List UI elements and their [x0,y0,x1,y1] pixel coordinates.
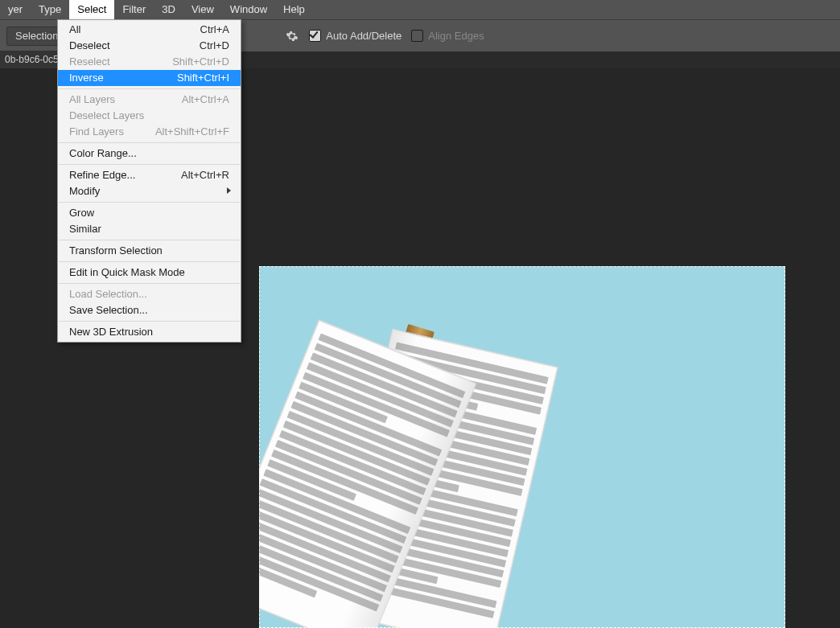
menu-item-shortcut: Alt+Ctrl+A [182,92,229,108]
menu-item-transform-selection[interactable]: Transform Selection [58,243,241,259]
menu-separator [59,202,240,203]
menu-item-shortcut: Alt+Shift+Ctrl+F [155,124,229,140]
menu-filter[interactable]: Filter [114,0,154,19]
menu-item-deselect[interactable]: DeselectCtrl+D [58,38,241,54]
menu-separator [59,164,240,165]
checkbox-icon [309,30,321,42]
menu-view[interactable]: View [183,0,222,19]
menu-separator [59,321,240,322]
auto-add-delete-label: Auto Add/Delete [326,30,401,42]
menu-item-label: All [69,22,80,38]
menu-3d[interactable]: 3D [154,0,183,19]
align-edges-label: Align Edges [428,30,484,42]
menu-item-label: Color Range... [69,146,137,162]
menu-item-reselect: ReselectShift+Ctrl+D [58,54,241,70]
menu-separator [59,261,240,262]
menu-item-shortcut: Ctrl+D [200,38,229,54]
menu-item-modify[interactable]: Modify [58,183,241,199]
menu-bar: yerTypeSelectFilter3DViewWindowHelp [0,0,840,19]
menu-item-find-layers: Find LayersAlt+Shift+Ctrl+F [58,124,241,140]
menu-item-shortcut: Alt+Ctrl+R [181,167,229,183]
menu-item-label: New 3D Extrusion [69,324,153,340]
menu-item-all-layers: All LayersAlt+Ctrl+A [58,92,241,108]
menu-type[interactable]: Type [31,0,69,19]
menu-item-label: Inverse [69,70,104,86]
menu-item-label: Modify [69,183,100,199]
menu-item-save-selection[interactable]: Save Selection... [58,302,241,318]
menu-item-all[interactable]: AllCtrl+A [58,22,241,38]
document-image[interactable] [259,266,785,628]
gear-icon[interactable] [285,29,299,43]
menu-separator [59,142,240,143]
menu-item-label: Deselect [69,38,110,54]
menu-item-label: Edit in Quick Mask Mode [69,265,185,281]
menu-item-label: Save Selection... [69,302,148,318]
menu-item-shortcut: Shift+Ctrl+I [177,70,229,86]
menu-yer[interactable]: yer [0,0,31,19]
menu-select[interactable]: Select [69,0,114,19]
book-photo [259,272,624,628]
menu-item-label: Reselect [69,54,110,70]
menu-item-similar[interactable]: Similar [58,221,241,237]
menu-window[interactable]: Window [222,0,275,19]
menu-item-label: Transform Selection [69,243,163,259]
checkbox-icon [411,30,423,42]
menu-item-label: Find Layers [69,124,124,140]
menu-help[interactable]: Help [275,0,313,19]
menu-item-new-3d-extrusion[interactable]: New 3D Extrusion [58,324,241,340]
auto-add-delete-checkbox[interactable]: Auto Add/Delete [309,30,401,42]
align-edges-checkbox[interactable]: Align Edges [411,30,484,42]
menu-item-shortcut: Shift+Ctrl+D [172,54,229,70]
menu-item-label: Deselect Layers [69,108,144,124]
menu-item-label: All Layers [69,92,115,108]
menu-separator [59,283,240,284]
menu-item-inverse[interactable]: InverseShift+Ctrl+I [58,70,241,86]
menu-separator [59,88,240,89]
menu-item-grow[interactable]: Grow [58,205,241,221]
menu-item-shortcut: Ctrl+A [200,22,229,38]
menu-item-color-range[interactable]: Color Range... [58,146,241,162]
menu-item-label: Similar [69,221,101,237]
menu-item-refine-edge[interactable]: Refine Edge...Alt+Ctrl+R [58,167,241,183]
menu-item-load-selection: Load Selection... [58,286,241,302]
menu-item-edit-in-quick-mask-mode[interactable]: Edit in Quick Mask Mode [58,265,241,281]
menu-item-label: Load Selection... [69,286,147,302]
menu-item-label: Refine Edge... [69,167,135,183]
menu-item-label: Grow [69,205,94,221]
menu-item-deselect-layers: Deselect Layers [58,108,241,124]
menu-separator [59,240,240,240]
select-menu-dropdown: AllCtrl+ADeselectCtrl+DReselectShift+Ctr… [57,19,241,343]
